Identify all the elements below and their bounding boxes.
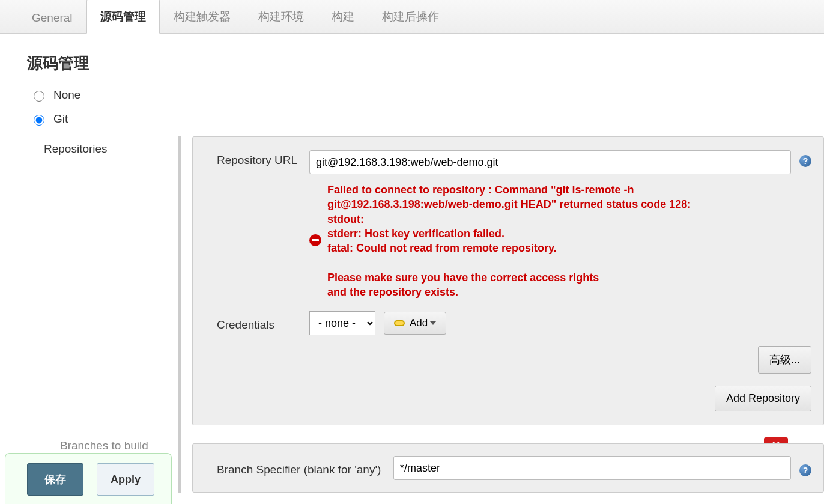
advanced-button[interactable]: 高级...: [758, 346, 811, 374]
branches-header: Branches to build: [60, 439, 148, 452]
tab-post[interactable]: 构建后操作: [368, 0, 453, 33]
radio-none-label: None: [53, 88, 80, 102]
tab-scm[interactable]: 源码管理: [86, 0, 160, 34]
repo-url-input[interactable]: [309, 150, 791, 174]
vertical-divider: [178, 136, 181, 493]
error-message-row: Failed to connect to repository : Comman…: [309, 183, 811, 299]
tab-build[interactable]: 构建: [318, 0, 368, 33]
apply-button[interactable]: Apply: [97, 463, 154, 493]
error-text: Failed to connect to repository : Comman…: [327, 183, 691, 299]
credentials-label: Credentials: [217, 315, 301, 332]
branch-specifier-label: Branch Specifier (blank for 'any'): [217, 460, 385, 476]
save-button[interactable]: 保存: [27, 463, 83, 493]
help-icon[interactable]: ?: [799, 155, 811, 167]
config-tabs: General 源码管理 构建触发器 构建环境 构建 构建后操作: [0, 0, 824, 34]
add-credentials-label: Add: [410, 317, 428, 329]
main-content: 源码管理 None Git Repositories Repository UR…: [5, 34, 824, 493]
radio-git-label: Git: [53, 112, 68, 126]
section-title: 源码管理: [27, 53, 824, 74]
radio-none[interactable]: [34, 91, 44, 102]
repository-box: Repository URL ? Failed to connect to re…: [192, 136, 824, 425]
git-config: Repositories Repository URL ? Failed to …: [44, 136, 824, 493]
tab-triggers[interactable]: 构建触发器: [160, 0, 244, 33]
branches-group: X Branch Specifier (blank for 'any') ?: [192, 443, 824, 493]
scm-option-none[interactable]: None: [31, 88, 824, 102]
error-icon: [309, 234, 321, 246]
tab-env[interactable]: 构建环境: [244, 0, 318, 33]
chevron-down-icon: [430, 321, 436, 325]
add-credentials-button[interactable]: Add: [384, 312, 446, 335]
radio-git[interactable]: [34, 115, 44, 126]
help-icon[interactable]: ?: [799, 464, 811, 476]
footer-actions: 保存 Apply: [5, 453, 172, 493]
branch-specifier-input[interactable]: [393, 456, 791, 480]
credentials-select[interactable]: - none -: [309, 311, 375, 335]
scm-option-git[interactable]: Git: [31, 112, 824, 126]
tab-general[interactable]: General: [18, 1, 86, 33]
repo-url-label: Repository URL: [217, 150, 301, 167]
key-icon: [394, 320, 405, 326]
add-repository-button[interactable]: Add Repository: [715, 386, 811, 411]
